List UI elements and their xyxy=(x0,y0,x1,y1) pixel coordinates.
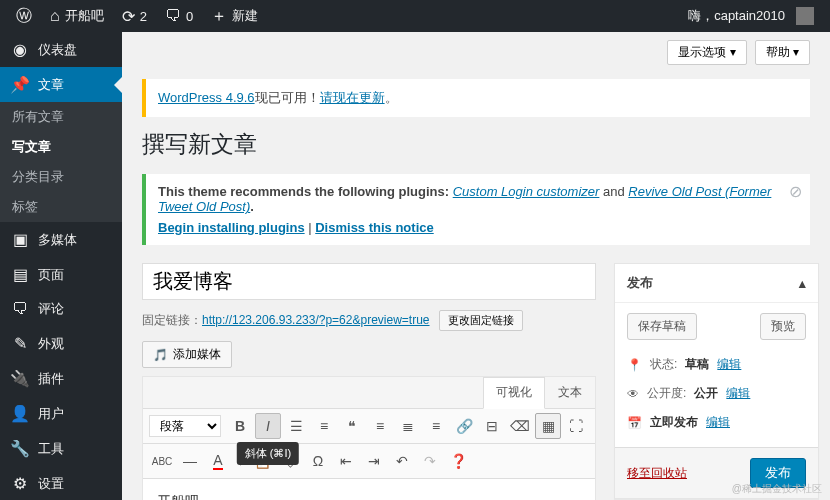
link-button[interactable]: 🔗 xyxy=(451,413,477,439)
special-char-button[interactable]: Ω xyxy=(305,448,331,474)
submenu-new-post[interactable]: 写文章 xyxy=(0,132,122,162)
menu-posts[interactable]: 📌文章 xyxy=(0,67,122,102)
update-now-link[interactable]: 请现在更新 xyxy=(320,90,385,105)
italic-tooltip: 斜体 (⌘I) xyxy=(237,442,299,465)
comments-link[interactable]: 🗨0 xyxy=(157,0,201,32)
format-select[interactable]: 段落 xyxy=(149,415,221,437)
permalink-row: 固定链接：http://123.206.93.233/?p=62&preview… xyxy=(142,306,596,341)
edit-status-link[interactable]: 编辑 xyxy=(717,356,741,373)
change-permalink-button[interactable]: 更改固定链接 xyxy=(439,310,523,331)
user-greeting[interactable]: 嗨，captain2010 xyxy=(680,0,822,32)
menu-comments[interactable]: 🗨评论 xyxy=(0,292,122,326)
media-icon: 🎵 xyxy=(153,348,168,362)
editor-body[interactable]: 开船吧 xyxy=(143,479,595,500)
redo-button[interactable]: ↷ xyxy=(417,448,443,474)
text-color-button[interactable]: A xyxy=(205,448,231,474)
save-draft-button[interactable]: 保存草稿 xyxy=(627,313,697,340)
watermark: @稀土掘金技术社区 xyxy=(732,482,822,496)
visibility-icon: 👁 xyxy=(627,387,639,401)
updates-link[interactable]: ⟳2 xyxy=(114,0,155,32)
menu-tools[interactable]: 🔧工具 xyxy=(0,431,122,466)
tab-text[interactable]: 文本 xyxy=(545,377,595,408)
preview-button[interactable]: 预览 xyxy=(760,313,806,340)
italic-button[interactable]: I斜体 (⌘I) xyxy=(255,413,281,439)
undo-button[interactable]: ↶ xyxy=(389,448,415,474)
menu-appearance[interactable]: ✎外观 xyxy=(0,326,122,361)
toggle-icon[interactable]: ▴ xyxy=(799,276,806,291)
page-title: 撰写新文章 xyxy=(142,129,810,160)
pin-icon: 📍 xyxy=(627,358,642,372)
menu-plugins[interactable]: 🔌插件 xyxy=(0,361,122,396)
submenu-categories[interactable]: 分类目录 xyxy=(0,162,122,192)
align-left-button[interactable]: ≡ xyxy=(367,413,393,439)
admin-sidebar: ◉仪表盘 📌文章 所有文章 写文章 分类目录 标签 ▣多媒体 ▤页面 🗨评论 ✎… xyxy=(0,32,122,500)
menu-settings[interactable]: ⚙设置 xyxy=(0,466,122,500)
menu-pages[interactable]: ▤页面 xyxy=(0,257,122,292)
edit-schedule-link[interactable]: 编辑 xyxy=(706,414,730,431)
editor-toolbar-2: ABC — A ▾ 📋 ◇ Ω ⇤ ⇥ ↶ ↷ ❓ xyxy=(143,444,595,479)
number-list-button[interactable]: ≡ xyxy=(311,413,337,439)
plugin-notice: ⊘ This theme recommends the following pl… xyxy=(142,174,810,245)
hr-button[interactable]: — xyxy=(177,448,203,474)
screen-options-button[interactable]: 显示选项 ▾ xyxy=(667,40,746,65)
indent-button[interactable]: ⇥ xyxy=(361,448,387,474)
bold-button[interactable]: B xyxy=(227,413,253,439)
move-to-trash-link[interactable]: 移至回收站 xyxy=(627,465,687,482)
toolbar-toggle-button[interactable]: ▦ xyxy=(535,413,561,439)
admin-toolbar: ⓦ ⌂开船吧 ⟳2 🗨0 ＋新建 嗨，captain2010 xyxy=(0,0,830,32)
dismiss-notice-link[interactable]: Dismiss this notice xyxy=(315,220,433,235)
quote-button[interactable]: ❝ xyxy=(339,413,365,439)
fullscreen-button[interactable]: ⛶ xyxy=(563,413,589,439)
dismiss-icon[interactable]: ⊘ xyxy=(789,182,802,201)
submenu-tags[interactable]: 标签 xyxy=(0,192,122,222)
publish-box: 发布▴ 保存草稿 预览 📍状态: 草稿 编辑 👁公开度: 公开 编辑 📅立即发布… xyxy=(614,263,819,499)
menu-dashboard[interactable]: ◉仪表盘 xyxy=(0,32,122,67)
update-nag: WordPress 4.9.6现已可用！请现在更新。 xyxy=(142,79,810,117)
submenu-all-posts[interactable]: 所有文章 xyxy=(0,102,122,132)
tab-visual[interactable]: 可视化 xyxy=(483,377,545,409)
help-button[interactable]: 帮助 ▾ xyxy=(755,40,810,65)
wp-version-link[interactable]: WordPress 4.9.6 xyxy=(158,90,255,105)
plugin1-link[interactable]: Custom Login customizer xyxy=(453,184,600,199)
calendar-icon: 📅 xyxy=(627,416,642,430)
permalink-url[interactable]: http://123.206.93.233/?p=62&preview=true xyxy=(202,313,430,327)
outdent-button[interactable]: ⇤ xyxy=(333,448,359,474)
help-icon[interactable]: ❓ xyxy=(445,448,471,474)
post-title-input[interactable] xyxy=(142,263,596,300)
more-button[interactable]: ⊟ xyxy=(479,413,505,439)
edit-visibility-link[interactable]: 编辑 xyxy=(726,385,750,402)
new-link[interactable]: ＋新建 xyxy=(203,0,266,32)
wp-logo[interactable]: ⓦ xyxy=(8,0,40,32)
install-plugins-link[interactable]: Begin installing plugins xyxy=(158,220,305,235)
clear-button[interactable]: ⌫ xyxy=(507,413,533,439)
editor-toolbar-1: 段落 B I斜体 (⌘I) ☰ ≡ ❝ ≡ ≣ ≡ 🔗 ⊟ ⌫ ▦ ⛶ xyxy=(143,409,595,444)
menu-media[interactable]: ▣多媒体 xyxy=(0,222,122,257)
menu-users[interactable]: 👤用户 xyxy=(0,396,122,431)
align-right-button[interactable]: ≡ xyxy=(423,413,449,439)
site-link[interactable]: ⌂开船吧 xyxy=(42,0,112,32)
bullet-list-button[interactable]: ☰ xyxy=(283,413,309,439)
align-center-button[interactable]: ≣ xyxy=(395,413,421,439)
strikethrough-button[interactable]: ABC xyxy=(149,448,175,474)
add-media-button[interactable]: 🎵添加媒体 xyxy=(142,341,232,368)
editor-container: 可视化 文本 段落 B I斜体 (⌘I) ☰ ≡ ❝ ≡ ≣ ≡ 🔗 xyxy=(142,376,596,500)
